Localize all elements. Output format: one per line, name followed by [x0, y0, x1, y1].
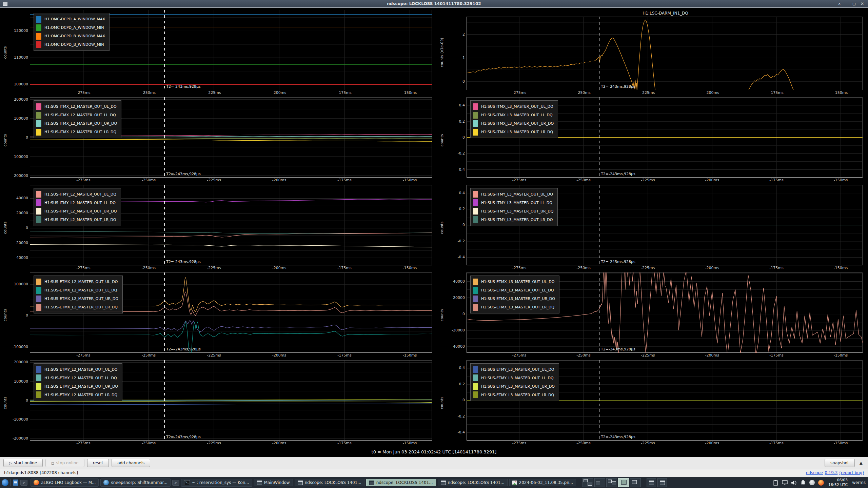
legend-item: H1:SUS-ITMX_L3_MASTER_OUT_UR_DQ: [473, 119, 554, 128]
channel-name: H1:SUS-ETMX_L3_MASTER_OUT_LR_DQ: [481, 305, 554, 309]
snapshot-button[interactable]: snapshot: [825, 459, 855, 467]
chevron-right-icon[interactable]: >: [172, 480, 179, 486]
channel-name: H1:SUS-ITMY_L2_MASTER_OUT_UL_DQ: [44, 192, 116, 197]
window-icon: [441, 481, 446, 485]
legend[interactable]: H1:SUS-ETMY_L2_MASTER_OUT_UL_DQH1:SUS-ET…: [34, 363, 122, 401]
shade-window-button[interactable]: ∧: [838, 1, 841, 6]
user-label: werms: [852, 480, 866, 485]
taskbar-task[interactable]: ndscope: LOCKLOSS 1401...: [438, 479, 508, 486]
tray-app-icon[interactable]: [809, 480, 815, 485]
legend-swatch-icon: [473, 103, 478, 110]
display-icon[interactable]: [782, 480, 788, 486]
taskbar-task[interactable]: sneepsnorp: ShiftSummar...: [100, 479, 170, 487]
close-window-button[interactable]: ✕: [861, 1, 864, 6]
x-tick-label: -275ms: [72, 266, 95, 270]
y-tick-label: 0.4: [459, 366, 465, 370]
x-tick-label: -150ms: [829, 90, 853, 95]
legend-swatch-icon: [473, 191, 478, 198]
x-tick-label: -175ms: [333, 90, 356, 95]
workspace-tile[interactable]: [594, 478, 605, 487]
x-tick-label: -275ms: [507, 441, 531, 445]
channel-name: H1:OMC-DCPD_A_WINDOW_MAX: [44, 17, 105, 21]
legend-item: H1:SUS-ETMX_L3_MASTER_OUT_UL_DQ: [473, 278, 555, 286]
workspace-pager[interactable]: [583, 478, 641, 487]
chevron-right-icon[interactable]: >: [20, 480, 27, 486]
legend[interactable]: H1:OMC-DCPD_A_WINDOW_MAXH1:OMC-DCPD_A_WI…: [34, 13, 110, 51]
workspace-tile[interactable]: [583, 478, 593, 487]
window-titlebar[interactable]: ndscope: LOCKLOSS 1401411780.329102 ∧ _ …: [0, 0, 868, 8]
legend-item: H1:SUS-ITMY_L3_MASTER_OUT_UR_DQ: [473, 207, 553, 216]
legend[interactable]: H1:SUS-ITMY_L3_MASTER_OUT_UL_DQH1:SUS-IT…: [470, 188, 558, 226]
legend-swatch-icon: [36, 374, 41, 381]
legend-item: H1:SUS-ETMX_L3_MASTER_OUT_UR_DQ: [473, 294, 555, 303]
y-axis-label: counts: [3, 396, 7, 409]
firefox-tray-icon[interactable]: [818, 480, 824, 486]
x-tick-label: -150ms: [829, 441, 853, 445]
minimized-window-button[interactable]: [647, 478, 656, 487]
stop-online-button[interactable]: ◻ stop online: [45, 459, 84, 467]
minimize-window-button[interactable]: _: [846, 1, 848, 6]
maximize-window-button[interactable]: ◻: [852, 1, 856, 6]
legend-swatch-icon: [36, 383, 41, 390]
file-manager-icon[interactable]: [13, 480, 18, 486]
plot-title: H1:LSC-DARM_IN1_DQ: [467, 10, 864, 17]
taskbar-task[interactable]: >_~ : reservation_sys — Kon...: [181, 479, 252, 487]
y-axis-label: counts: [440, 134, 444, 146]
x-tick-label: -150ms: [829, 266, 853, 270]
y-tick-label: 100000: [14, 82, 28, 86]
window-icon: [369, 481, 374, 485]
workspace-tile[interactable]: [618, 478, 629, 487]
y-tick-label: 0: [26, 398, 28, 403]
y-tick-label: 20000: [453, 296, 465, 300]
plot-grid: counts120000110000100000T2=-243ms,928µsH…: [0, 8, 868, 447]
channel-name: H1:SUS-ETMX_L3_MASTER_OUT_LL_DQ: [481, 288, 554, 292]
expander-arrow-icon[interactable]: ▲: [857, 461, 865, 465]
plot-etmy_l3: counts0.40.20-0.2-0.4T2=-243ms,928µsH1:S…: [439, 359, 866, 447]
workspace-tile[interactable]: [630, 478, 641, 487]
minimized-window-button[interactable]: [657, 478, 667, 487]
window-icon: [298, 481, 303, 485]
nds-server-status: h1daqnds1:8088 [402208 channels]: [4, 470, 78, 475]
y-tick-label: 120000: [14, 28, 28, 33]
reset-button[interactable]: reset: [87, 459, 109, 467]
legend-swatch-icon: [36, 208, 41, 215]
legend[interactable]: H1:SUS-ITMY_L2_MASTER_OUT_UL_DQH1:SUS-IT…: [34, 188, 121, 226]
workspace-tile[interactable]: [606, 478, 617, 487]
taskbar-task[interactable]: MainWindow: [254, 479, 293, 486]
clipboard-icon[interactable]: [773, 480, 778, 486]
plot-canvas[interactable]: T2=-243ms,928µs: [467, 17, 863, 90]
y-tick-label: 200000: [14, 360, 28, 364]
x-tick-label: -175ms: [333, 178, 356, 182]
taskbar-task[interactable]: 2024-06-03_11.08.35.pn...: [509, 479, 576, 486]
x-tick-label: -225ms: [202, 90, 226, 95]
legend-item: H1:SUS-ETMX_L3_MASTER_OUT_LR_DQ: [473, 303, 555, 311]
y-axis-label: counts: [3, 309, 7, 322]
report-bug-link[interactable]: (report bug): [839, 470, 864, 475]
legend[interactable]: H1:SUS-ITMX_L2_MASTER_OUT_UL_DQH1:SUS-IT…: [34, 100, 121, 138]
clock[interactable]: 06/03 18:52 UTC: [828, 478, 848, 487]
y-tick-label: 40000: [453, 279, 465, 284]
add-channels-button[interactable]: add channels: [112, 459, 150, 467]
taskbar-task[interactable]: aLIGO LHO Logbook — M...: [31, 479, 99, 487]
legend[interactable]: H1:SUS-ETMX_L3_MASTER_OUT_UL_DQH1:SUS-ET…: [470, 276, 559, 313]
legend-item: H1:SUS-ETMY_L3_MASTER_OUT_UL_DQ: [473, 365, 555, 374]
legend[interactable]: H1:SUS-ETMX_L2_MASTER_OUT_UL_DQH1:SUS-ET…: [34, 276, 123, 313]
taskbar-task[interactable]: ndscope: LOCKLOSS 1401...: [295, 479, 364, 486]
x-tick-label: -175ms: [765, 353, 788, 358]
app-launcher-icon[interactable]: [2, 479, 8, 486]
volume-icon[interactable]: [791, 480, 797, 486]
legend-swatch-icon: [36, 199, 41, 206]
channel-name: H1:SUS-ITMY_L2_MASTER_OUT_LL_DQ: [44, 201, 116, 205]
channel-name: H1:SUS-ITMX_L3_MASTER_OUT_UR_DQ: [481, 121, 554, 126]
separator: [11, 479, 11, 486]
taskbar-task-active[interactable]: ndscope: LOCKLOSS 1401...: [366, 479, 436, 486]
legend[interactable]: H1:SUS-ETMY_L3_MASTER_OUT_UL_DQH1:SUS-ET…: [470, 363, 559, 401]
legend[interactable]: H1:SUS-ITMX_L3_MASTER_OUT_UL_DQH1:SUS-IT…: [470, 100, 558, 138]
ndscope-link[interactable]: ndscope: [806, 470, 823, 475]
trace: [30, 320, 432, 332]
version-link[interactable]: 0.19.3: [825, 470, 837, 475]
y-tick-label: 0: [462, 135, 465, 140]
bell-icon[interactable]: [800, 480, 806, 486]
y-tick-label: 0.2: [459, 382, 465, 386]
start-online-button[interactable]: ▷ start online: [3, 459, 43, 467]
